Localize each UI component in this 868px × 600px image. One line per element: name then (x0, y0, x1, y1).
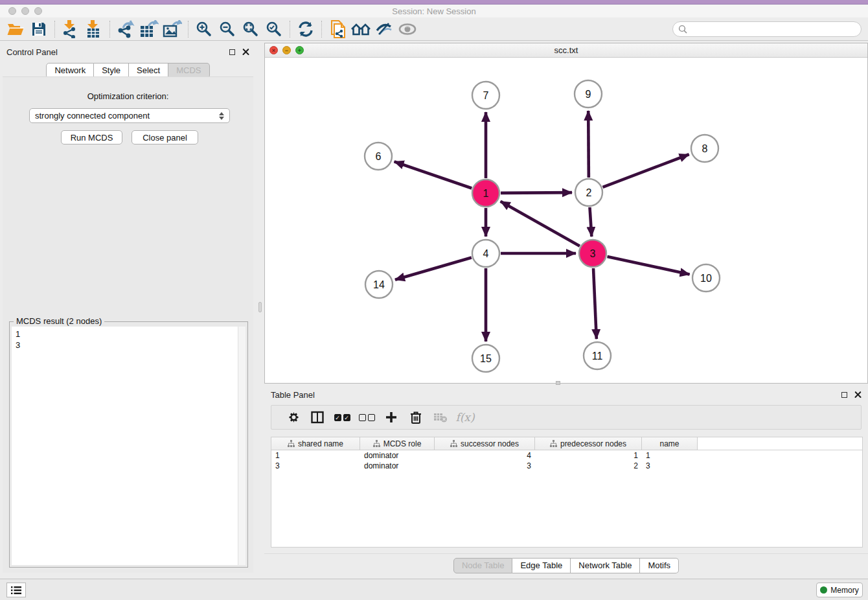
column-header-label: shared name (298, 439, 343, 448)
graph-edge-1-2[interactable] (501, 192, 572, 193)
toolbar-separator (321, 21, 322, 38)
graph-node-6[interactable]: 6 (365, 143, 392, 170)
import-network-button[interactable] (59, 19, 82, 40)
table-cell[interactable]: 4 (435, 450, 535, 461)
search-field[interactable] (672, 21, 862, 37)
hide-graphics-details-button[interactable] (372, 19, 396, 40)
create-column-button[interactable] (379, 408, 404, 427)
graph-edge-3-11[interactable] (593, 268, 597, 339)
task-history-button[interactable] (6, 583, 26, 597)
tab-network-table[interactable]: Network Table (571, 558, 640, 573)
graph-edge-4-14[interactable] (395, 257, 472, 279)
show-column-panel-button[interactable] (305, 408, 330, 427)
save-session-button[interactable] (27, 19, 51, 40)
export-table-button[interactable] (137, 19, 161, 40)
function-builder-button[interactable]: f(x) (453, 408, 477, 427)
table-cell[interactable]: 1 (271, 450, 360, 461)
import-table-icon (86, 20, 102, 38)
import-table-button[interactable] (82, 19, 106, 40)
apply-layout-button[interactable] (294, 19, 317, 40)
column-header-name[interactable]: name (642, 437, 698, 450)
column-header-shared-name[interactable]: shared name (271, 437, 360, 450)
mcds-result-text[interactable]: 1 3 (12, 327, 246, 565)
panel-splitter-handle[interactable] (258, 302, 262, 312)
network-close-button[interactable]: × (269, 46, 278, 54)
graph-node-15[interactable]: 15 (472, 345, 499, 372)
graph-node-label: 6 (376, 151, 382, 162)
open-session-button[interactable] (4, 19, 27, 40)
zoom-fit-button[interactable] (239, 19, 262, 40)
close-table-panel-icon[interactable] (854, 391, 862, 398)
network-canvas[interactable]: 7968124314101511 (265, 58, 867, 383)
table-cell[interactable]: dominator (360, 461, 435, 471)
select-all-columns-button[interactable]: ✓✓ (330, 408, 354, 427)
column-header-MCDS-role[interactable]: MCDS role (360, 437, 435, 450)
table-row[interactable]: 1dominator411 (271, 450, 862, 461)
float-table-panel-icon[interactable] (841, 392, 847, 398)
close-panel-button[interactable]: Close panel (131, 130, 198, 144)
zoom-in-button[interactable] (192, 19, 216, 40)
network-window-titlebar[interactable]: × − + scc.txt (265, 43, 867, 58)
graph-node-2[interactable]: 2 (575, 179, 602, 206)
graph-node-3[interactable]: 3 (579, 240, 606, 267)
table-cell[interactable]: 1 (535, 450, 642, 461)
tab-motifs[interactable]: Motifs (640, 558, 679, 573)
graph-edge-2-3[interactable] (589, 207, 591, 237)
column-header-successor-nodes[interactable]: successor nodes (435, 437, 535, 450)
zoom-window-button[interactable] (34, 7, 42, 15)
window-titlebar: Session: New Session (0, 5, 868, 17)
graph-edge-2-9[interactable] (588, 111, 589, 178)
network-minimize-button[interactable]: − (282, 46, 291, 54)
column-header-label: MCDS role (383, 439, 422, 448)
minimize-window-button[interactable] (21, 7, 29, 15)
network-maximize-button[interactable]: + (295, 46, 304, 54)
column-header-predecessor-nodes[interactable]: predecessor nodes (535, 437, 642, 450)
zoom-out-button[interactable] (216, 19, 239, 40)
tab-edge-table[interactable]: Edge Table (512, 558, 571, 573)
graph-edge-3-10[interactable] (607, 257, 689, 275)
close-window-button[interactable] (8, 7, 16, 15)
delete-table-button[interactable] (428, 408, 453, 427)
graph-node-11[interactable]: 11 (584, 342, 611, 369)
network-resize-grip[interactable] (556, 381, 560, 385)
export-network-button[interactable] (114, 19, 137, 40)
save-icon (31, 21, 47, 37)
float-panel-icon[interactable] (229, 49, 235, 55)
export-image-button[interactable] (161, 19, 184, 40)
hide-details-eye-icon (375, 21, 393, 37)
graph-node-1[interactable]: 1 (472, 179, 499, 207)
graph-node-7[interactable]: 7 (472, 82, 499, 109)
graph-node-8[interactable]: 8 (691, 135, 718, 162)
memory-button[interactable]: Memory (816, 583, 863, 597)
close-panel-icon[interactable] (242, 49, 249, 56)
table-cell[interactable]: 3 (642, 461, 698, 471)
search-input[interactable] (687, 23, 861, 36)
graph-edge-2-8[interactable] (603, 154, 689, 187)
criterion-dropdown[interactable]: strongly connected component (29, 108, 230, 123)
show-all-networks-button[interactable] (349, 19, 372, 40)
table-settings-button[interactable] (280, 408, 305, 427)
graph-edge-3-1[interactable] (501, 202, 580, 246)
table-row[interactable]: 3dominator323 (271, 461, 862, 471)
graph-node-4[interactable]: 4 (472, 240, 499, 267)
show-graphics-details-button[interactable] (396, 19, 419, 40)
eye-icon (398, 22, 417, 36)
zoom-selected-button[interactable] (262, 19, 286, 40)
unselect-all-columns-button[interactable] (354, 408, 379, 427)
delete-column-button[interactable] (404, 408, 428, 427)
graph-node-10[interactable]: 10 (692, 264, 720, 292)
graph-node-14[interactable]: 14 (365, 271, 393, 298)
graph-node-9[interactable]: 9 (575, 80, 602, 108)
table-cell[interactable]: 1 (642, 450, 698, 461)
table-cell[interactable]: 3 (435, 461, 535, 471)
clone-network-button[interactable] (326, 19, 349, 40)
table-cell[interactable]: dominator (360, 450, 435, 461)
tab-node-table[interactable]: Node Table (453, 558, 513, 573)
run-mcds-button[interactable]: Run MCDS (61, 130, 122, 144)
graph-edge-1-6[interactable] (394, 161, 472, 188)
toolbar-separator (290, 21, 290, 38)
result-scrollbar[interactable] (238, 327, 246, 565)
table-cell[interactable]: 3 (271, 461, 360, 471)
hierarchy-icon (550, 440, 557, 447)
table-cell[interactable]: 2 (535, 461, 642, 471)
